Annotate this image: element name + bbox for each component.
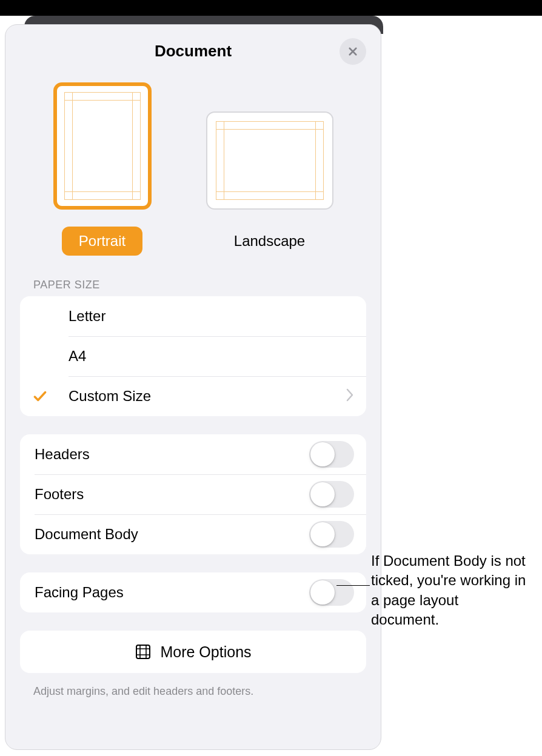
callout-leader-line: [336, 585, 370, 586]
close-button[interactable]: [340, 38, 366, 65]
paper-size-label: Custom Size: [69, 388, 346, 405]
facing-pages-toggle[interactable]: [309, 579, 354, 606]
device-status-bar: [0, 0, 542, 16]
paper-size-option-letter[interactable]: Letter: [20, 296, 366, 336]
check-slot: [32, 388, 69, 404]
more-options-button[interactable]: More Options: [20, 631, 366, 673]
headers-toggle[interactable]: [309, 441, 354, 468]
footers-label: Footers: [35, 486, 309, 503]
document-body-toggle[interactable]: [309, 521, 354, 548]
chevron-right-icon: [346, 388, 354, 405]
callout-text: If Document Body is not ticked, you're w…: [371, 551, 529, 630]
panel-header: Document: [5, 42, 381, 67]
landscape-label: Landscape: [217, 227, 322, 256]
more-options-label: More Options: [160, 643, 251, 661]
headers-label: Headers: [35, 446, 309, 463]
orientation-landscape[interactable]: Landscape: [206, 82, 333, 256]
paper-size-option-custom[interactable]: Custom Size: [20, 376, 366, 416]
footer-hint: Adjust margins, and edit headers and foo…: [5, 673, 381, 698]
facing-pages-label: Facing Pages: [35, 584, 309, 601]
orientation-selector: Portrait Landscape: [5, 82, 381, 256]
checkmark-icon: [32, 388, 48, 404]
svg-rect-0: [136, 645, 150, 658]
toggles-group-1: Headers Footers Document Body: [20, 434, 366, 554]
paper-size-label: A4: [69, 348, 354, 365]
close-icon: [347, 46, 358, 57]
paper-size-option-a4[interactable]: A4: [20, 336, 366, 376]
toggles-group-2: Facing Pages: [20, 572, 366, 612]
panel-title: Document: [18, 42, 369, 61]
footers-row: Footers: [20, 474, 366, 514]
footers-toggle[interactable]: [309, 481, 354, 508]
document-settings-panel: Document Portrait Landscape PAPER SI: [5, 24, 381, 750]
paper-size-label: Letter: [69, 308, 354, 325]
paper-size-section-label: PAPER SIZE: [5, 256, 381, 296]
portrait-thumbnail: [53, 82, 152, 210]
orientation-portrait[interactable]: Portrait: [53, 82, 152, 256]
margins-icon: [135, 643, 152, 660]
paper-size-list: Letter A4 Custom Size: [20, 296, 366, 416]
document-body-row: Document Body: [20, 514, 366, 554]
document-body-label: Document Body: [35, 526, 309, 543]
landscape-thumbnail: [206, 111, 333, 210]
portrait-label: Portrait: [62, 227, 142, 256]
headers-row: Headers: [20, 434, 366, 474]
facing-pages-row: Facing Pages: [20, 572, 366, 612]
